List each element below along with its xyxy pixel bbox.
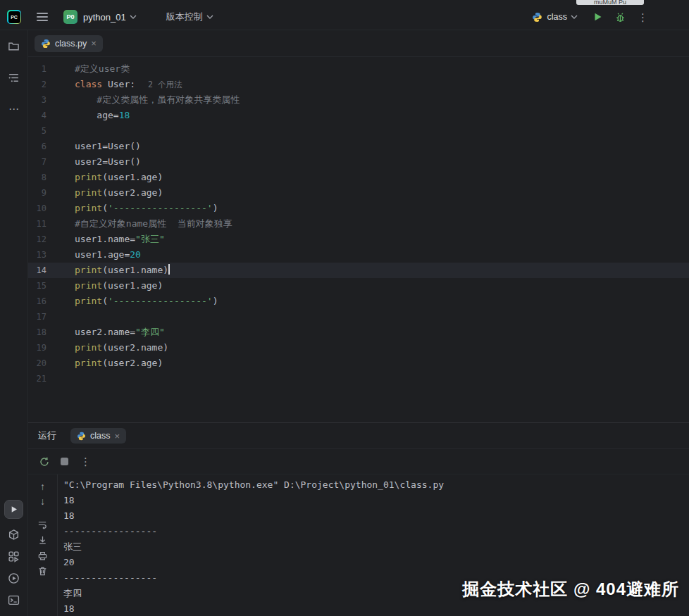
code-line[interactable]: 15print(user1.age) xyxy=(28,278,689,294)
python-packages-icon[interactable] xyxy=(8,529,20,541)
line-number[interactable]: 6 xyxy=(28,139,46,154)
code-line[interactable]: 14print(user1.name) xyxy=(28,263,689,278)
code-line[interactable]: 1#定义user类 xyxy=(28,61,689,77)
external-window-fragment: muMuM Pu xyxy=(576,0,644,5)
line-number[interactable]: 13 xyxy=(28,247,46,263)
usages-inlay-hint[interactable]: 2 个用法 xyxy=(148,80,182,89)
clear-all-icon[interactable] xyxy=(37,566,48,577)
code-line[interactable]: 11#自定义对象name属性 当前对象独享 xyxy=(28,216,689,232)
project-name[interactable]: python_01 xyxy=(83,12,126,23)
tab-class-py[interactable]: class.py × xyxy=(35,35,103,52)
code-text: user1.name="张三" xyxy=(46,232,165,247)
run-tab-class[interactable]: class × xyxy=(70,428,126,444)
debug-button[interactable] xyxy=(614,11,626,23)
line-number[interactable]: 10 xyxy=(28,201,46,216)
scroll-to-end-icon[interactable] xyxy=(37,535,48,546)
code-line[interactable]: 20print(user2.age) xyxy=(28,356,689,371)
line-number[interactable]: 18 xyxy=(28,325,46,340)
print-icon[interactable] xyxy=(37,551,48,561)
rerun-icon[interactable] xyxy=(39,456,50,467)
python-file-icon xyxy=(77,432,86,441)
code-line[interactable]: 3 #定义类属性，虽有对象共享类属性 xyxy=(28,92,689,108)
stop-icon[interactable] xyxy=(61,458,68,465)
code-line[interactable]: 21 xyxy=(28,371,689,386)
code-text: #定义类属性，虽有对象共享类属性 xyxy=(46,92,240,108)
chevron-down-icon[interactable] xyxy=(130,15,137,19)
vcs-menu[interactable]: 版本控制 xyxy=(166,11,203,23)
chevron-down-icon[interactable] xyxy=(206,15,213,19)
run-button[interactable] xyxy=(592,11,603,23)
code-text xyxy=(46,309,75,325)
close-icon[interactable]: × xyxy=(114,432,120,441)
code-text: age=18 xyxy=(46,108,130,123)
more-actions-icon[interactable]: ⋮ xyxy=(638,12,648,23)
run-panel-title: 运行 xyxy=(38,429,56,442)
console-line: 20 xyxy=(63,555,689,570)
line-number[interactable]: 19 xyxy=(28,340,46,356)
navigate-up-icon[interactable]: ↑ xyxy=(40,482,45,491)
line-number[interactable]: 5 xyxy=(28,123,46,139)
code-text: print('-----------------') xyxy=(46,201,218,216)
run-tab-label: class xyxy=(90,431,110,441)
code-line[interactable]: 2class User:2 个用法 xyxy=(28,77,689,92)
line-number[interactable]: 9 xyxy=(28,185,46,201)
line-number[interactable]: 21 xyxy=(28,371,46,386)
code-line[interactable]: 5 xyxy=(28,123,689,139)
code-text xyxy=(46,371,75,386)
line-number[interactable]: 11 xyxy=(28,216,46,232)
line-number[interactable]: 1 xyxy=(28,61,46,77)
line-number[interactable]: 14 xyxy=(28,263,46,278)
code-text: user2=User() xyxy=(46,154,141,170)
main-menu-icon[interactable] xyxy=(37,13,48,21)
code-line[interactable]: 18user2.name="李四" xyxy=(28,325,689,340)
soft-wrap-icon[interactable] xyxy=(37,520,48,530)
terminal-icon[interactable] xyxy=(8,594,20,606)
code-line[interactable]: 17 xyxy=(28,309,689,325)
code-line[interactable]: 16print('-----------------') xyxy=(28,294,689,309)
line-number[interactable]: 15 xyxy=(28,278,46,294)
play-circle-icon[interactable] xyxy=(8,572,20,584)
line-number[interactable]: 8 xyxy=(28,170,46,185)
code-line[interactable]: 6user1=User() xyxy=(28,139,689,154)
line-number[interactable]: 4 xyxy=(28,108,46,123)
run-configuration-name[interactable]: class xyxy=(547,12,567,22)
code-line[interactable]: 8print(user1.age) xyxy=(28,170,689,185)
line-number[interactable]: 20 xyxy=(28,356,46,371)
code-editor[interactable]: 1#定义user类2class User:2 个用法3 #定义类属性，虽有对象共… xyxy=(28,57,689,422)
line-number[interactable]: 2 xyxy=(28,77,46,92)
services-icon[interactable] xyxy=(8,551,20,562)
navigate-down-icon[interactable]: ↓ xyxy=(40,496,45,506)
console-line: 18 xyxy=(63,601,689,616)
line-number[interactable]: 16 xyxy=(28,294,46,309)
code-line[interactable]: 13user1.age=20 xyxy=(28,247,689,263)
close-icon[interactable]: × xyxy=(91,39,97,48)
more-options-icon[interactable]: ⋮ xyxy=(80,456,91,467)
console-line: "C:\Program Files\Python3.8\python.exe" … xyxy=(63,477,689,493)
project-badge[interactable]: P0 xyxy=(63,10,77,24)
code-line[interactable]: 12user1.name="张三" xyxy=(28,232,689,247)
code-text: user1.age=20 xyxy=(46,247,141,263)
pycharm-logo-text: PC xyxy=(8,11,20,23)
line-number[interactable]: 17 xyxy=(28,309,46,325)
more-tool-windows-icon[interactable]: ⋯ xyxy=(8,103,19,114)
chevron-down-icon[interactable] xyxy=(571,15,578,19)
code-text: print(user1.age) xyxy=(46,278,163,294)
code-line[interactable]: 19print(user2.name) xyxy=(28,340,689,356)
code-line[interactable]: 4 age=18 xyxy=(28,108,689,123)
line-number[interactable]: 7 xyxy=(28,154,46,170)
code-line[interactable]: 7user2=User() xyxy=(28,154,689,170)
line-number[interactable]: 12 xyxy=(28,232,46,247)
project-folder-icon[interactable] xyxy=(8,40,20,52)
code-text xyxy=(46,123,75,139)
console-line: ----------------- xyxy=(63,524,689,539)
line-number[interactable]: 3 xyxy=(28,92,46,108)
run-tool-window-icon[interactable] xyxy=(4,500,23,519)
code-text: #自定义对象name属性 当前对象独享 xyxy=(46,216,232,232)
tab-label: class.py xyxy=(55,39,87,49)
code-text: #定义user类 xyxy=(46,61,130,77)
structure-icon[interactable] xyxy=(8,72,20,84)
code-line[interactable]: 9print(user2.age) xyxy=(28,185,689,201)
run-widget: class ⋮ xyxy=(532,11,648,23)
text-caret xyxy=(168,264,170,275)
code-line[interactable]: 10print('-----------------') xyxy=(28,201,689,216)
